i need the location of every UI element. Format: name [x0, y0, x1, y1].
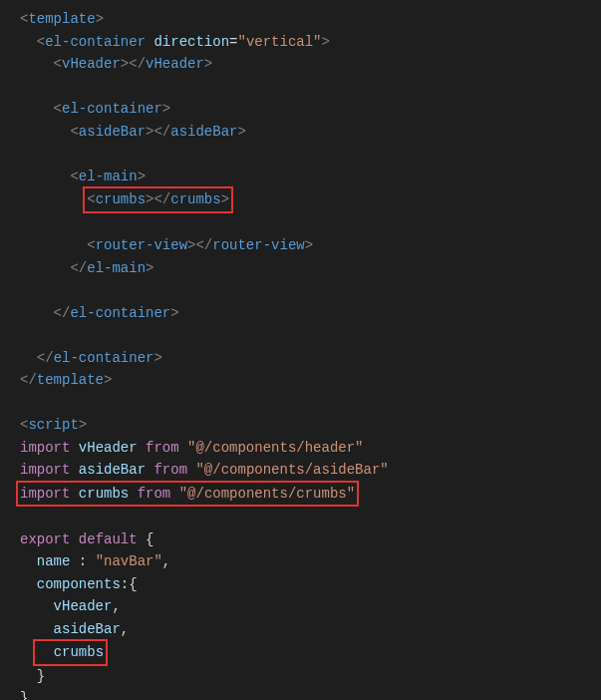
code-editor[interactable]: <template> <el-container direction="vert… — [0, 8, 601, 700]
code-line — [20, 146, 28, 162]
code-line: <el-container> — [20, 101, 170, 117]
code-line — [20, 79, 28, 95]
code-line: </el-main> — [20, 260, 153, 276]
code-line: <router-view></router-view> — [20, 237, 313, 253]
code-line: import vHeader from "@/components/header… — [20, 440, 364, 456]
code-line: <crumbs></crumbs> — [20, 191, 229, 207]
code-line: name : "navBar", — [20, 553, 170, 569]
code-line: <asideBar></asideBar> — [20, 124, 246, 140]
code-line — [20, 395, 28, 411]
highlight-box-crumbs-component: crumbs — [33, 639, 108, 666]
code-line — [20, 509, 28, 525]
code-line: asideBar, — [20, 621, 129, 637]
code-line: <el-main> — [20, 169, 146, 184]
code-line: components:{ — [20, 576, 138, 592]
code-line: </template> — [20, 372, 112, 388]
code-line: <script> — [20, 417, 87, 433]
code-line — [20, 215, 28, 231]
code-line: </el-container> — [20, 305, 179, 321]
code-line: vHeader, — [20, 598, 121, 614]
code-line: <el-container direction="vertical"> — [20, 34, 330, 50]
code-line: } — [20, 690, 28, 700]
code-line — [20, 327, 28, 343]
code-line: <vHeader></vHeader> — [20, 56, 212, 72]
code-line: crumbs — [20, 644, 104, 660]
code-line: </el-container> — [20, 350, 162, 366]
code-line: export default { — [20, 531, 153, 547]
code-line — [20, 282, 28, 298]
code-line: import asideBar from "@/components/aside… — [20, 462, 389, 478]
code-line: <template> — [20, 11, 104, 27]
code-line: } — [20, 668, 45, 684]
highlight-box-crumbs-tag: <crumbs></crumbs> — [83, 186, 233, 213]
highlight-box-import-crumbs: import crumbs from "@/components/crumbs" — [16, 481, 359, 508]
